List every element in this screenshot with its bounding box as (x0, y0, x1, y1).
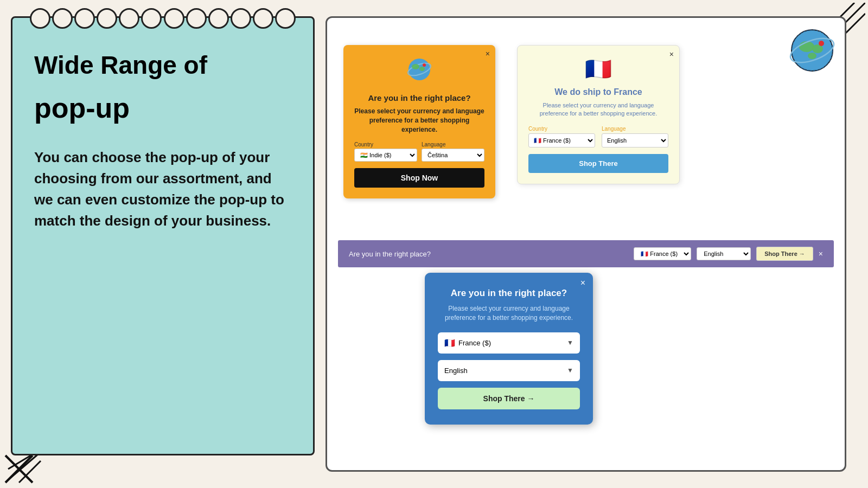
popup-blue-subtitle: Please select your currency and language… (438, 304, 580, 323)
svg-point-8 (792, 30, 833, 71)
spiral-hole (119, 8, 139, 29)
cream-country-group: Country 🇫🇷 France ($) 🇺🇸 USA ($) (528, 126, 595, 147)
popup-cream-close[interactable]: × (669, 50, 674, 59)
country-select[interactable]: 🇮🇳 Indie ($) 🇫🇷 France ($) 🇺🇸 USA ($) (354, 149, 417, 162)
svg-point-17 (412, 64, 419, 69)
svg-point-15 (409, 59, 430, 80)
popup-orange-form: Country 🇮🇳 Indie ($) 🇫🇷 France ($) 🇺🇸 US… (354, 142, 484, 162)
spiral-hole (275, 8, 296, 29)
shop-there-button-cream[interactable]: Shop There (528, 154, 668, 173)
popup-cream-flag: 🇫🇷 (528, 56, 668, 82)
banner-shop-there-button[interactable]: Shop There → (756, 247, 813, 261)
spiral-hole (231, 8, 251, 29)
country-group: Country 🇮🇳 Indie ($) 🇫🇷 France ($) 🇺🇸 US… (354, 142, 417, 162)
svg-point-14 (819, 41, 824, 46)
blue-country-wrapper: 🇫🇷 France ($) USA ($) ▼ (438, 332, 580, 354)
blue-language-wrapper: English Français ▼ (438, 360, 580, 381)
popup-blue-close[interactable]: × (580, 278, 585, 288)
country-label: Country (354, 142, 417, 147)
panel-title-2: pop-up (34, 91, 291, 125)
cream-language-select[interactable]: English Français (602, 133, 668, 147)
popup-orange-close[interactable]: × (486, 49, 490, 58)
popup-blue: × Are you in the right place? Please sel… (425, 273, 593, 425)
svg-point-12 (808, 53, 816, 59)
spiral-hole (186, 8, 207, 29)
popup-cream-subtitle: Please select your currency and language… (528, 101, 668, 118)
panel-title-1: Wide Range of (34, 50, 291, 80)
banner-close-button[interactable]: × (819, 249, 823, 258)
svg-point-10 (799, 41, 814, 52)
popup-cream-title: We do ship to France (528, 87, 668, 97)
spiral-hole (253, 8, 273, 29)
popup-cream-form: Country 🇫🇷 France ($) 🇺🇸 USA ($) Languag… (528, 126, 668, 147)
banner-bar: Are you in the right place? 🇫🇷 France ($… (338, 240, 834, 267)
spiral-hole (52, 8, 73, 29)
banner-text: Are you in the right place? (349, 250, 431, 258)
notepad-panel: Wide Range of pop-up You can choose the … (11, 16, 315, 455)
cream-country-label: Country (528, 126, 595, 132)
popup-cream: × 🇫🇷 We do ship to France Please select … (517, 45, 680, 184)
blue-country-select[interactable]: France ($) USA ($) (438, 332, 580, 354)
spiral-hole (30, 8, 50, 29)
svg-point-19 (423, 63, 426, 67)
panel-body: You can choose the pop-up of your choosi… (34, 147, 291, 232)
spiral-hole (97, 8, 117, 29)
cream-country-select[interactable]: 🇫🇷 France ($) 🇺🇸 USA ($) (528, 133, 595, 147)
cream-language-group: Language English Français (602, 126, 668, 147)
globe-icon (788, 26, 837, 77)
popup-orange-title: Are you in the right place? (354, 93, 484, 102)
svg-point-18 (419, 67, 425, 71)
svg-line-1 (844, 14, 865, 35)
spiral-hole (141, 8, 162, 29)
popup-orange-subtitle: Please select your currency and language… (354, 107, 484, 134)
right-panel: × Are you in the right place? Please sel… (326, 16, 846, 472)
blue-language-select[interactable]: English Français (438, 360, 580, 381)
banner-country-select[interactable]: 🇫🇷 France ($) 🇺🇸 USA ($) (634, 247, 691, 260)
spiral-hole (164, 8, 184, 29)
spiral-binding (12, 8, 313, 29)
spiral-hole (74, 8, 95, 29)
popup-blue-title: Are you in the right place? (438, 288, 580, 299)
cream-language-label: Language (602, 126, 668, 132)
language-label: Language (422, 142, 484, 147)
banner-language-select[interactable]: English Français (697, 247, 751, 260)
shop-now-button[interactable]: Shop Now (354, 168, 484, 188)
banner-controls: 🇫🇷 France ($) 🇺🇸 USA ($) English Françai… (634, 247, 823, 261)
language-group: Language Čeština English Français (422, 142, 484, 162)
popup-orange: × Are you in the right place? Please sel… (343, 45, 495, 198)
shop-there-button-blue[interactable]: Shop There → (438, 388, 580, 409)
popup-orange-globe (354, 56, 484, 88)
language-select[interactable]: Čeština English Français (422, 149, 484, 162)
spiral-hole (208, 8, 229, 29)
